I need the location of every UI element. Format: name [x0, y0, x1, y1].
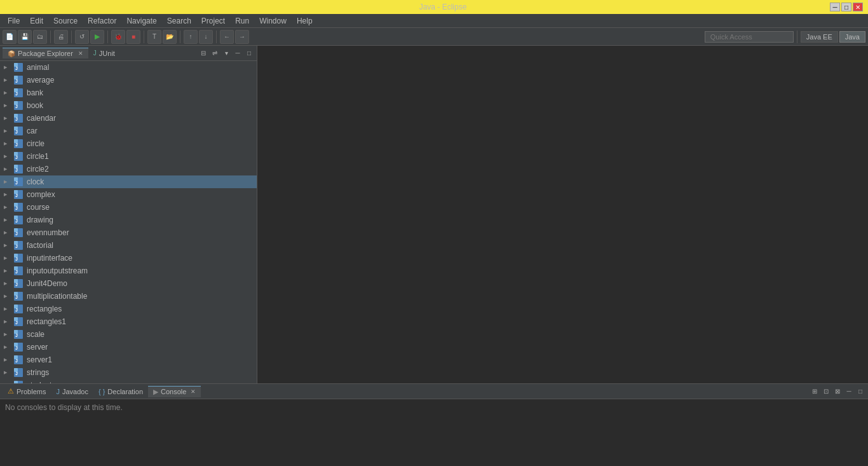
- tree-item-server[interactable]: ▶ J server: [0, 341, 257, 353]
- expand-arrow-strings[interactable]: ▶: [4, 370, 13, 375]
- expand-arrow-calendar[interactable]: ▶: [4, 116, 13, 121]
- minimize-bottom-button[interactable]: ─: [844, 387, 854, 397]
- tree-item-animal[interactable]: ▶ J animal: [0, 61, 257, 74]
- terminate-button[interactable]: ■: [126, 30, 140, 44]
- tab-problems[interactable]: ⚠ Problems: [3, 386, 51, 397]
- open-resource-button[interactable]: 📂: [163, 30, 177, 44]
- expand-arrow-inputoutputstream[interactable]: ▶: [4, 268, 13, 273]
- collapse-all-button[interactable]: ⊟: [198, 48, 208, 58]
- menu-refactor[interactable]: Refactor: [83, 15, 121, 27]
- tree-item-rectangles1[interactable]: ▶ J rectangles1: [0, 315, 257, 328]
- tree-item-drawing[interactable]: ▶ J drawing: [0, 214, 257, 226]
- menu-edit[interactable]: Edit: [25, 15, 48, 27]
- expand-arrow-circle1[interactable]: ▶: [4, 154, 13, 159]
- java-ee-perspective-button[interactable]: Java EE: [801, 31, 838, 43]
- tab-junit[interactable]: J JUnit: [88, 48, 120, 58]
- tab-declaration[interactable]: { } Declaration: [93, 387, 148, 397]
- tree-item-Junit4Demo[interactable]: ▶ J Junit4Demo: [0, 277, 257, 290]
- maximize-bottom-button[interactable]: □: [855, 387, 865, 397]
- tree-item-strings[interactable]: ▶ J strings: [0, 366, 257, 379]
- save-all-button[interactable]: 🗂: [33, 30, 47, 44]
- menu-file[interactable]: File: [3, 15, 25, 27]
- menu-search[interactable]: Search: [162, 15, 196, 27]
- window-controls[interactable]: ─ □ ✕: [830, 3, 863, 11]
- tree-item-bank[interactable]: ▶ J bank: [0, 86, 257, 99]
- run-last-button[interactable]: ▶: [90, 30, 104, 44]
- refresh-button[interactable]: ↺: [75, 30, 89, 44]
- expand-arrow-circle2[interactable]: ▶: [4, 167, 13, 172]
- maximize-button[interactable]: □: [841, 3, 851, 11]
- expand-arrow-rectangles1[interactable]: ▶: [4, 319, 13, 324]
- java-perspective-button[interactable]: Java: [839, 31, 865, 43]
- menu-help[interactable]: Help: [292, 15, 318, 27]
- tree-item-evennumber[interactable]: ▶ J evennumber: [0, 226, 257, 239]
- expand-arrow-course[interactable]: ▶: [4, 205, 13, 210]
- prev-annotation-button[interactable]: ↑: [184, 30, 198, 44]
- expand-arrow-bank[interactable]: ▶: [4, 90, 13, 95]
- tree-item-complex[interactable]: ▶ J complex: [0, 188, 257, 201]
- print-button[interactable]: 🖨: [54, 30, 68, 44]
- tree-item-car[interactable]: ▶ J car: [0, 125, 257, 137]
- menu-window[interactable]: Window: [254, 15, 292, 27]
- tree-item-clock[interactable]: ▶ J clock: [0, 175, 257, 188]
- display-selected-button[interactable]: ⊡: [821, 387, 831, 397]
- expand-arrow-clock[interactable]: ▶: [4, 179, 13, 184]
- expand-arrow-drawing[interactable]: ▶: [4, 217, 13, 223]
- close-button[interactable]: ✕: [853, 3, 863, 11]
- open-type-button[interactable]: T: [147, 30, 161, 44]
- open-console-button[interactable]: ⊠: [832, 387, 843, 397]
- expand-arrow-server[interactable]: ▶: [4, 345, 13, 350]
- debug-button[interactable]: 🐞: [111, 30, 125, 44]
- tree-item-circle[interactable]: ▶ J circle: [0, 137, 257, 150]
- tree-item-calendar[interactable]: ▶ J calendar: [0, 112, 257, 125]
- tree-item-circle1[interactable]: ▶ J circle1: [0, 150, 257, 163]
- project-tree[interactable]: ▶ J animal▶ J average▶ J bank▶ J book▶ J…: [0, 61, 257, 383]
- minimize-panel-button[interactable]: ─: [233, 48, 243, 58]
- expand-arrow-inputinterface[interactable]: ▶: [4, 256, 13, 261]
- quick-access-input[interactable]: [705, 31, 794, 43]
- minimize-button[interactable]: ─: [830, 3, 840, 11]
- expand-arrow-evennumber[interactable]: ▶: [4, 230, 13, 235]
- tab-console[interactable]: ▶ Console ✕: [148, 386, 201, 397]
- expand-arrow-Junit4Demo[interactable]: ▶: [4, 281, 13, 286]
- expand-arrow-complex[interactable]: ▶: [4, 192, 13, 197]
- back-button[interactable]: ←: [220, 30, 234, 44]
- expand-arrow-factorial[interactable]: ▶: [4, 243, 13, 248]
- new-console-button[interactable]: ⊞: [810, 387, 820, 397]
- tree-item-course[interactable]: ▶ J course: [0, 201, 257, 214]
- tree-item-average[interactable]: ▶ J average: [0, 74, 257, 86]
- tree-item-book[interactable]: ▶ J book: [0, 99, 257, 112]
- tree-item-rectangles[interactable]: ▶ J rectangles: [0, 303, 257, 315]
- tree-item-factorial[interactable]: ▶ J factorial: [0, 239, 257, 252]
- menu-source[interactable]: Source: [48, 15, 83, 27]
- menu-navigate[interactable]: Navigate: [121, 15, 161, 27]
- expand-arrow-average[interactable]: ▶: [4, 78, 13, 83]
- new-button[interactable]: 📄: [3, 30, 17, 44]
- expand-arrow-animal[interactable]: ▶: [4, 65, 13, 70]
- expand-arrow-circle[interactable]: ▶: [4, 141, 13, 146]
- expand-arrow-rectangles[interactable]: ▶: [4, 306, 13, 312]
- view-menu-button[interactable]: ▾: [221, 48, 231, 58]
- tab-javadoc[interactable]: J Javadoc: [51, 387, 93, 397]
- expand-arrow-server1[interactable]: ▶: [4, 357, 13, 362]
- expand-arrow-scale[interactable]: ▶: [4, 332, 13, 337]
- expand-arrow-book[interactable]: ▶: [4, 103, 13, 108]
- tree-item-inputinterface[interactable]: ▶ J inputinterface: [0, 252, 257, 264]
- menu-run[interactable]: Run: [230, 15, 254, 27]
- save-button[interactable]: 💾: [18, 30, 32, 44]
- close-tab-icon[interactable]: ✕: [78, 50, 83, 57]
- link-with-editor-button[interactable]: ⇌: [210, 48, 220, 58]
- next-annotation-button[interactable]: ↓: [199, 30, 213, 44]
- console-close-icon[interactable]: ✕: [191, 388, 196, 395]
- expand-arrow-car[interactable]: ▶: [4, 128, 13, 134]
- maximize-panel-button[interactable]: □: [244, 48, 254, 58]
- tree-item-multiplicationtable[interactable]: ▶ J multiplicationtable: [0, 290, 257, 303]
- tab-package-explorer[interactable]: 📦 Package Explorer ✕: [3, 48, 88, 58]
- tree-item-circle2[interactable]: ▶ J circle2: [0, 163, 257, 175]
- tree-item-server1[interactable]: ▶ J server1: [0, 353, 257, 366]
- tree-item-student[interactable]: ▶ J student: [0, 379, 257, 383]
- tree-item-inputoutputstream[interactable]: ▶ J inputoutputstream: [0, 264, 257, 277]
- expand-arrow-multiplicationtable[interactable]: ▶: [4, 294, 13, 299]
- forward-button[interactable]: →: [235, 30, 249, 44]
- menu-project[interactable]: Project: [196, 15, 230, 27]
